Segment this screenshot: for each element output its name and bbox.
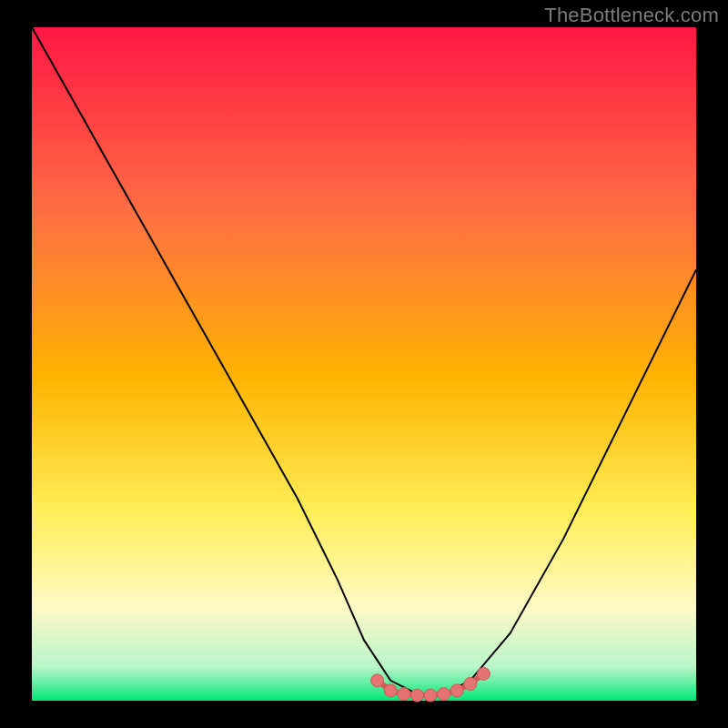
sweet-spot-point — [464, 678, 477, 691]
sweet-spot-point — [477, 667, 490, 680]
sweet-spot-point — [384, 684, 397, 697]
sweet-spot-point — [371, 674, 384, 687]
sweet-spot-point — [438, 688, 450, 701]
sweet-spot-point — [450, 684, 463, 697]
bottleneck-chart — [0, 0, 728, 728]
sweet-spot-point — [410, 689, 423, 702]
plot-background — [32, 27, 696, 701]
sweet-spot-point — [424, 689, 437, 702]
chart-frame: TheBottleneck.com — [0, 0, 728, 728]
sweet-spot-point — [398, 688, 410, 701]
watermark-text: TheBottleneck.com — [544, 4, 719, 27]
